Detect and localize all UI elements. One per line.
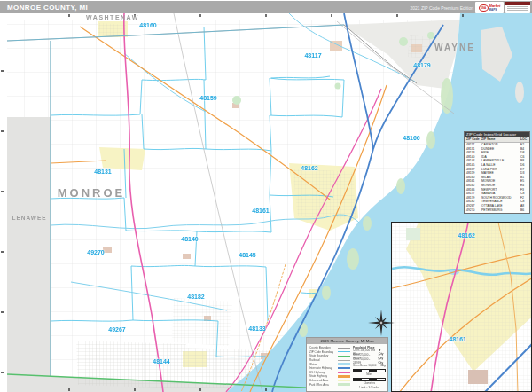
populated-place-symbol: ▪ City	[379, 364, 386, 367]
legend-item-label: US Highway	[309, 371, 325, 374]
legend-item-label: Railroad	[309, 358, 320, 362]
map-legend: 2021 Monroe County, MI Map County Bounda…	[306, 337, 388, 392]
legend-item-swatch	[338, 380, 350, 381]
page-title: MONROE COUNTY, MI	[7, 4, 88, 12]
legend-title: 2021 Monroe County, MI Map	[307, 338, 387, 344]
publisher-badge	[505, 2, 530, 13]
legend-item-swatch	[338, 356, 350, 357]
populated-place-row: Cities Below 10,000▪ City	[353, 363, 386, 367]
legend-item-swatch	[338, 348, 350, 349]
cell-c-loc: B6	[520, 208, 529, 213]
legend-populated-places: Populated Place Cities 100,000 and Above…	[353, 346, 386, 389]
populated-place-label: Cities Below 10,000	[353, 364, 377, 367]
col-zip-name: ZIP Name	[481, 137, 520, 142]
legend-item-swatch	[338, 375, 350, 377]
compass-rose-icon	[367, 309, 395, 337]
legend-item-label: ZIP Code Boundary	[309, 350, 333, 354]
logo-oval-icon: USA	[479, 4, 489, 12]
legend-symbol-list: County BoundaryZIP Code BoundaryState Bo…	[309, 346, 350, 389]
col-loc: LOC	[520, 137, 529, 142]
legend-item-label: Park / Rec Area	[309, 383, 329, 387]
zip-index-table: ZIP Code Index/Grid Locator ZIP Code ZIP…	[464, 131, 530, 214]
legend-item-swatch	[338, 372, 350, 373]
legend-item-label: Water	[309, 363, 317, 366]
legend-item: Park / Rec Area	[309, 382, 350, 387]
edition-label: 2021 ZIP Code Premium Edition	[410, 5, 473, 11]
kilometers-label: Kilometers	[353, 381, 386, 385]
monroe-city-inset-map: 4816248161	[391, 222, 532, 392]
legend-item-swatch	[338, 367, 350, 369]
legend-item-swatch	[338, 351, 350, 352]
legend-item-label: State Highway	[309, 374, 327, 378]
cell-c-zip: 49270	[465, 208, 481, 213]
title-bar: MONROE COUNTY, MI 2021 ZIP Code Premium …	[0, 1, 532, 14]
zip-table-rows: 48117CARLETONE248131DUNDEEB448133ERIED84…	[465, 143, 529, 213]
legend-item-swatch	[338, 363, 350, 365]
populated-place-row: Cities 10,000 - 24,999● City	[353, 359, 386, 364]
zip-table-row: 49270PETERSBURGB6	[465, 208, 529, 213]
legend-item-label: Urbanized Area	[309, 379, 328, 382]
col-zip-code: ZIP Code	[465, 137, 481, 142]
marketmaps-logo: USA MarketMAPS	[475, 2, 504, 13]
cell-c-name: PETERSBURG	[481, 208, 520, 213]
legend-item-label: State Boundary	[309, 354, 328, 357]
logo-wordmark: MarketMAPS	[489, 4, 501, 12]
legend-item-swatch	[338, 383, 350, 385]
scale-note: 1 inch = 3.05 miles	[353, 386, 386, 389]
legend-item-swatch	[338, 360, 350, 361]
map-page: MONROE COUNTY, MI 2021 ZIP Code Premium …	[0, 0, 532, 392]
legend-item-label: County Boundary	[309, 346, 331, 349]
inset-canvas	[392, 223, 532, 392]
miles-label: Miles	[353, 372, 386, 376]
legend-item-label: Interstate Highway	[309, 366, 332, 370]
